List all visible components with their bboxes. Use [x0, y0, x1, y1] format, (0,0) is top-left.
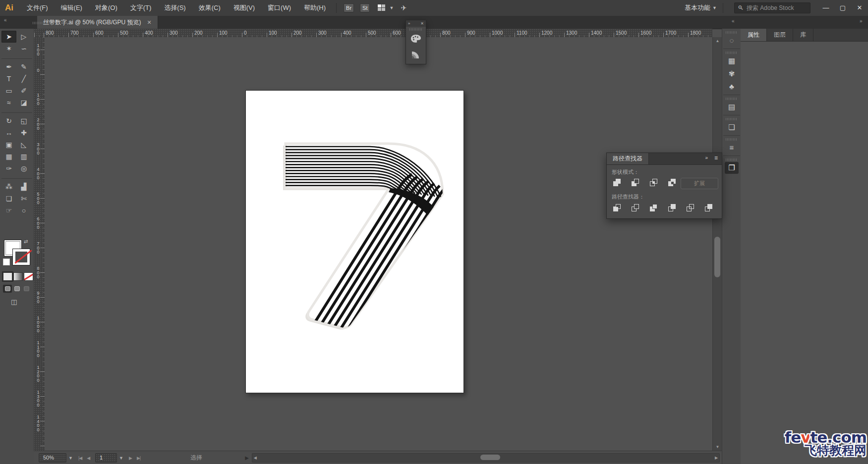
lasso-tool[interactable]: ∽	[16, 43, 31, 54]
minus-back-button[interactable]	[702, 203, 715, 213]
line-segment-tool[interactable]: ╱	[16, 73, 31, 85]
curvature-tool[interactable]: ✎	[16, 61, 31, 73]
pen-tool[interactable]: ✒	[1, 61, 16, 73]
pathfinder-panel-icon[interactable]: ❐	[725, 162, 739, 174]
stock-search-input[interactable]: 🔍︎ 搜索 Adobe Stock	[734, 2, 810, 13]
scroll-right-icon[interactable]: ▶	[713, 454, 719, 462]
artboard[interactable]	[245, 90, 464, 393]
selection-tool[interactable]: ➤	[1, 31, 16, 43]
collapse-panel-icon[interactable]: »	[705, 155, 708, 160]
vertical-scroll-thumb[interactable]	[714, 237, 720, 277]
share-paper-plane-icon[interactable]: ✈	[401, 4, 406, 12]
dock-grip[interactable]	[726, 118, 738, 120]
document-tab[interactable]: 丝带数字.ai @ 50% (RGB/GPU 预览) ✕	[37, 16, 158, 29]
default-fill-stroke-icon[interactable]	[3, 258, 10, 265]
chevron-down-icon[interactable]: ▼	[389, 5, 394, 10]
vertical-scrollbar[interactable]: ▲ ▼	[712, 37, 722, 451]
gradient-tool[interactable]: ▥	[16, 151, 31, 162]
scroll-left-icon[interactable]: ◀	[252, 454, 258, 462]
zoom-level-field[interactable]: 50%	[39, 453, 66, 463]
dock-grip[interactable]	[726, 158, 738, 161]
pasteboard[interactable]	[45, 37, 712, 451]
tab-图层[interactable]: 图层	[767, 29, 793, 41]
outline-button[interactable]	[684, 203, 697, 213]
intersect-button[interactable]	[647, 177, 660, 188]
collapse-toolbar-icon[interactable]: «	[4, 17, 7, 23]
swatches-panel-icon[interactable]: ▦	[725, 55, 739, 67]
menu-item[interactable]: 窗口(W)	[261, 0, 297, 16]
paintbrush-tool[interactable]: ✐	[16, 85, 31, 97]
panel-grip[interactable]	[409, 28, 422, 31]
eraser-tool[interactable]: ◪	[16, 97, 31, 108]
artboard-dropdown-icon[interactable]: ▼	[119, 456, 123, 461]
color-guide-icon[interactable]	[409, 48, 423, 61]
shaper-tool[interactable]: ≈	[1, 97, 16, 108]
draw-normal-mode[interactable]	[3, 285, 12, 293]
direct-selection-tool[interactable]: ▷	[16, 31, 31, 43]
unite-button[interactable]	[611, 177, 624, 188]
artboards-panel-icon[interactable]: ❏	[725, 121, 739, 133]
menu-item[interactable]: 帮助(H)	[297, 0, 332, 16]
slice-tool[interactable]: ✄	[16, 193, 31, 205]
tab-库[interactable]: 库	[793, 29, 813, 41]
color-palette-icon[interactable]	[409, 32, 423, 45]
blend-tool[interactable]: ◎	[16, 162, 31, 174]
collapse-panel-icon[interactable]: »	[408, 20, 410, 27]
width-tool[interactable]: ↔	[1, 127, 16, 139]
dock-grip[interactable]	[726, 98, 738, 100]
scroll-down-icon[interactable]: ▼	[713, 443, 722, 451]
workspace-switcher[interactable]: 基本功能	[685, 3, 710, 12]
symbols-panel-icon[interactable]: ♣	[725, 81, 739, 93]
pathfinder-tab[interactable]: 路径查找器	[607, 153, 649, 164]
panel-menu-icon[interactable]: ≡	[714, 155, 718, 161]
shape-builder-tool[interactable]: ▣	[1, 139, 16, 151]
menu-item[interactable]: 文字(T)	[124, 0, 158, 16]
color-panel-icon[interactable]: ◌	[725, 35, 739, 47]
mini-panel-header[interactable]: » ✕	[406, 20, 426, 27]
status-flyout-icon[interactable]: ▶	[245, 455, 249, 461]
gradient-button[interactable]	[13, 272, 23, 281]
vertical-ruler[interactable]: 1000100200300400500600700800900100011001…	[34, 37, 45, 451]
close-tab-icon[interactable]: ✕	[147, 19, 152, 26]
divide-button[interactable]	[611, 203, 624, 213]
menu-item[interactable]: 效果(C)	[192, 0, 227, 16]
pathfinder-header[interactable]: 路径查找器 » ≡	[607, 153, 722, 165]
last-artboard-button[interactable]: ▶|	[137, 456, 140, 461]
close-button[interactable]: ✕	[851, 0, 868, 16]
artboard-number-field[interactable]: 1	[95, 453, 117, 463]
puppet-warp-tool[interactable]: ✚	[16, 127, 31, 139]
crop-button[interactable]	[666, 203, 679, 213]
rotate-tool[interactable]: ↻	[1, 115, 16, 127]
toolbar-grip[interactable]	[33, 22, 46, 24]
horizontal-ruler[interactable]: 8007006005004003002001000100200300400500…	[34, 29, 712, 38]
merge-button[interactable]	[647, 203, 660, 213]
artboard-tool[interactable]: ❏	[1, 193, 16, 205]
prev-artboard-button[interactable]: ◀	[87, 456, 90, 461]
first-artboard-button[interactable]: |◀	[78, 456, 82, 461]
horizontal-scrollbar[interactable]: ◀ ▶	[252, 453, 720, 463]
swap-fill-stroke-icon[interactable]: ⇄	[24, 239, 28, 244]
mesh-tool[interactable]: ▦	[1, 151, 16, 162]
type-tool[interactable]: T	[1, 73, 16, 85]
close-panel-icon[interactable]: ✕	[420, 20, 424, 27]
align-panel-icon[interactable]: ≡	[725, 142, 739, 154]
zoom-tool[interactable]: ○	[16, 205, 31, 216]
symbol-sprayer-tool[interactable]: ⁂	[1, 181, 16, 193]
eyedropper-tool[interactable]: ✑	[1, 162, 16, 174]
chevron-down-icon[interactable]: ▼	[712, 5, 717, 10]
stroke-swatch[interactable]	[13, 249, 30, 265]
brushes-panel-icon[interactable]: ✾	[725, 68, 739, 80]
menu-item[interactable]: 编辑(E)	[55, 0, 89, 16]
menu-item[interactable]: 文件(F)	[20, 0, 55, 16]
zoom-dropdown-icon[interactable]: ▼	[68, 456, 73, 461]
dock-grip[interactable]	[726, 138, 738, 141]
dock-grip[interactable]	[726, 31, 738, 34]
collapse-dock-icon[interactable]: «	[732, 18, 735, 24]
draw-behind-mode[interactable]	[12, 285, 21, 293]
perspective-grid-tool[interactable]: ◺	[16, 139, 31, 151]
none-button[interactable]	[24, 272, 33, 281]
stock-button[interactable]: St	[360, 3, 370, 12]
scroll-up-icon[interactable]: ▲	[713, 37, 722, 45]
screen-mode-button[interactable]: ◫	[11, 298, 17, 306]
column-graph-tool[interactable]: ▟	[16, 181, 31, 193]
